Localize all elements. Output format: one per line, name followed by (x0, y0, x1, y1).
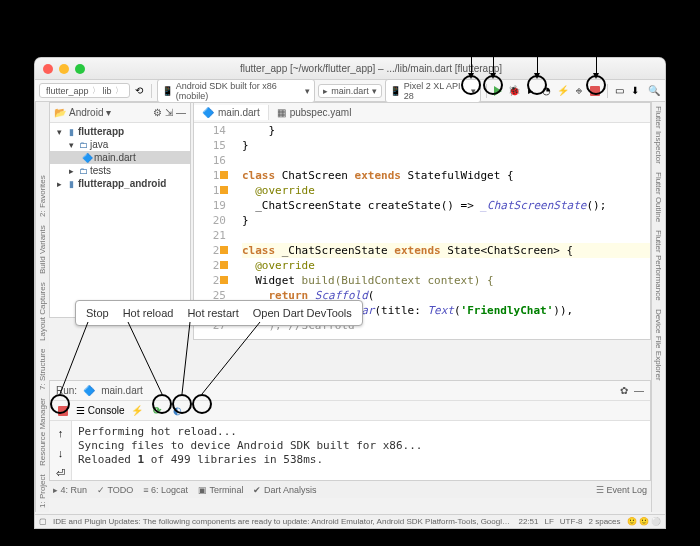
run-config-label: main.dart (101, 385, 143, 396)
caret-position: 22:51 (518, 517, 538, 526)
down-icon[interactable]: ↓ (58, 447, 64, 459)
tree-module-android: ▸▮flutterapp_android (50, 177, 190, 190)
stop-toolbar-button[interactable] (588, 84, 601, 98)
tree-folder-java: ▾🗀java (50, 138, 190, 151)
layout-captures-tab[interactable]: Layout Captures (38, 282, 47, 341)
up-icon[interactable]: ↑ (58, 427, 64, 439)
wrap-icon[interactable]: ⏎ (56, 467, 65, 480)
coverage-button[interactable]: ▸ (524, 84, 537, 98)
flutter-outline-tab[interactable]: Flutter Outline (654, 172, 663, 222)
run-config-selector[interactable]: ▸ main.dart ▾ (318, 84, 382, 98)
tree-folder-tests: ▸🗀tests (50, 164, 190, 177)
device-file-explorer-tab[interactable]: Device File Explorer (654, 309, 663, 381)
encoding[interactable]: UTF-8 (560, 517, 583, 526)
indent[interactable]: 2 spaces (589, 517, 621, 526)
bottom-tool-bar: ▸ 4: Run ✓ TODO ≡ 6: Logcat ▣ Terminal ✔… (49, 480, 651, 498)
run-button[interactable] (491, 84, 504, 98)
window-title: flutter_app [~/work/flutter_app] – .../l… (85, 63, 657, 74)
callout-hot-restart: Hot restart (187, 307, 238, 319)
device-selector[interactable]: 📱 Android SDK built for x86 (mobile) ▾ (157, 79, 316, 103)
main-toolbar: flutter_app〉lib〉 ⟲ 📱 Android SDK built f… (35, 80, 665, 102)
avd-manager-icon[interactable]: ▭ (612, 84, 625, 98)
tab-main-dart[interactable]: 🔷 main.dart (194, 105, 269, 120)
hot-reload-toolbar-button[interactable]: ⚡ (556, 84, 569, 98)
todo-tab[interactable]: ✓ TODO (97, 485, 133, 495)
window-titlebar: flutter_app [~/work/flutter_app] – .../l… (35, 58, 665, 80)
console-tab[interactable]: ☰ Console (76, 405, 124, 416)
attach-button[interactable]: ⎆ (572, 84, 585, 98)
run-stop-button[interactable] (56, 404, 70, 418)
callout-stop: Stop (86, 307, 109, 319)
avd-selector[interactable]: 📱 Pixel 2 XL API 28 ▾ (385, 79, 481, 103)
gear-icon[interactable]: ✿ (620, 385, 628, 396)
close-window-button[interactable] (43, 64, 53, 74)
build-variants-tab[interactable]: Build Variants (38, 225, 47, 274)
callout-hot-reload: Hot reload (123, 307, 174, 319)
callout-devtools: Open Dart DevTools (253, 307, 352, 319)
search-icon[interactable]: 🔍 (648, 84, 661, 98)
project-tool-tab[interactable]: 1: Project (38, 474, 47, 508)
sdk-manager-icon[interactable]: ⬇ (629, 84, 642, 98)
run-devtools-button[interactable]: ◐ (170, 404, 184, 418)
resource-manager-tab[interactable]: Resource Manager (38, 398, 47, 466)
status-bar: ▢ IDE and Plugin Updates: The following … (35, 514, 665, 528)
right-tool-rail: Flutter Inspector Flutter Outline Flutte… (651, 102, 665, 512)
logcat-tab[interactable]: ≡ 6: Logcat (143, 485, 188, 495)
run-tab[interactable]: ▸ 4: Run (53, 485, 87, 495)
favorites-tab[interactable]: 2: Favorites (38, 176, 47, 218)
line-sep[interactable]: LF (545, 517, 554, 526)
structure-tool-tab[interactable]: 7: Structure (38, 349, 47, 390)
tab-pubspec[interactable]: ▦ pubspec.yaml (269, 105, 360, 120)
left-tool-rail: 1: Project Resource Manager 7: Structure… (35, 102, 49, 512)
maximize-window-button[interactable] (75, 64, 85, 74)
project-panel: 📂 Android ▾⚙ ⇲ — ▾▮flutterapp ▾🗀java 🔷ma… (49, 102, 191, 318)
tree-module: ▾▮flutterapp (50, 125, 190, 138)
dart-analysis-tab[interactable]: ✔ Dart Analysis (253, 485, 316, 495)
sync-icon[interactable]: ⟲ (133, 84, 146, 98)
tree-file-main: 🔷main.dart (50, 151, 190, 164)
event-log-tab[interactable]: ☰ Event Log (596, 485, 647, 495)
terminal-tab[interactable]: ▣ Terminal (198, 485, 243, 495)
profile-button[interactable]: ◔ (540, 84, 553, 98)
flutter-inspector-tab[interactable]: Flutter Inspector (654, 106, 663, 164)
editor-tabs: 🔷 main.dart ▦ pubspec.yaml (194, 103, 650, 123)
minimize-window-button[interactable] (59, 64, 69, 74)
project-tree[interactable]: ▾▮flutterapp ▾🗀java 🔷main.dart ▸🗀tests ▸… (50, 123, 190, 192)
status-message: IDE and Plugin Updates: The following co… (53, 517, 512, 526)
run-hot-reload-button[interactable]: ⚡ (130, 404, 144, 418)
debug-button[interactable]: 🐞 (508, 84, 521, 98)
run-hot-restart-button[interactable]: ⟳ (150, 404, 164, 418)
annotation-callout: Stop Hot reload Hot restart Open Dart De… (75, 300, 363, 326)
flutter-performance-tab[interactable]: Flutter Performance (654, 230, 663, 301)
breadcrumb[interactable]: flutter_app〉lib〉 (39, 83, 130, 98)
project-panel-header[interactable]: 📂 Android ▾⚙ ⇲ — (50, 103, 190, 123)
